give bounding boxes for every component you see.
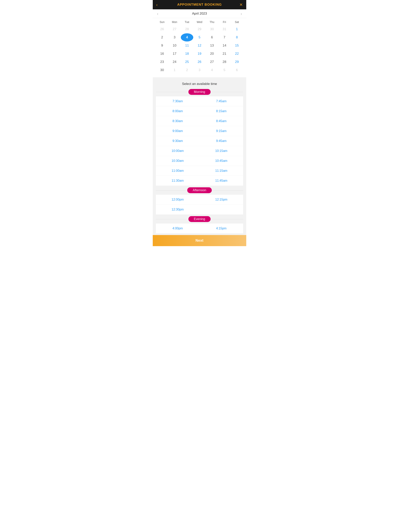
calendar-day-header: Thu xyxy=(206,20,218,24)
calendar-day: 31 xyxy=(218,25,231,33)
time-slot[interactable]: 10:15am xyxy=(200,146,243,156)
calendar-day[interactable]: 10 xyxy=(168,41,181,50)
close-button[interactable]: ✕ xyxy=(238,1,244,8)
period-divider: Afternoon xyxy=(156,187,243,193)
calendar-day[interactable]: 5 xyxy=(193,33,206,41)
time-slot[interactable]: 7:45am xyxy=(200,96,243,106)
time-slot[interactable]: 8:00am xyxy=(156,106,200,116)
calendar-day[interactable]: 28 xyxy=(218,58,231,66)
period-label: Afternoon xyxy=(187,187,212,193)
calendar-day[interactable]: 7 xyxy=(218,33,231,41)
calendar-day[interactable]: 18 xyxy=(181,50,193,58)
prev-month-button[interactable]: ‹ xyxy=(155,11,161,17)
calendar-day[interactable]: 27 xyxy=(206,58,218,66)
calendar-day: 3 xyxy=(193,66,206,74)
calendar-day[interactable]: 16 xyxy=(156,50,168,58)
time-grid: 7:30am7:45am8:00am8:15am8:30am8:45am9:00… xyxy=(156,96,243,186)
time-slot[interactable]: 12:15pm xyxy=(200,195,243,205)
time-slot[interactable]: 8:30am xyxy=(156,116,200,126)
time-slot[interactable]: 11:15am xyxy=(200,166,243,176)
time-slot[interactable]: 11:00am xyxy=(156,166,200,176)
time-slot xyxy=(200,205,243,215)
calendar-day-header: Mon xyxy=(168,20,181,24)
calendar-day[interactable]: 11 xyxy=(181,41,193,50)
next-btn-container: Next xyxy=(153,235,246,246)
time-slot[interactable]: 9:45am xyxy=(200,136,243,146)
calendar-day: 5 xyxy=(218,66,231,74)
calendar: SunMonTueWedThuFriSat 262728293031123456… xyxy=(153,18,246,77)
calendar-day[interactable]: 29 xyxy=(231,58,243,66)
time-slot[interactable]: 10:30am xyxy=(156,156,200,166)
calendar-day: 1 xyxy=(168,66,181,74)
calendar-day-header: Sat xyxy=(231,20,243,24)
calendar-day[interactable]: 25 xyxy=(181,58,193,66)
app-title: APPOINTMENT BOOKING xyxy=(177,3,222,7)
time-section-title: Select an available time xyxy=(156,82,243,86)
time-slot[interactable]: 4:15pm xyxy=(200,223,243,234)
calendar-day[interactable]: 9 xyxy=(156,41,168,50)
calendar-days-header: SunMonTueWedThuFriSat xyxy=(156,20,243,24)
next-month-button[interactable]: › xyxy=(238,11,244,17)
calendar-day: 6 xyxy=(231,66,243,74)
time-slot[interactable]: 8:15am xyxy=(200,106,243,116)
calendar-day[interactable]: 8 xyxy=(231,33,243,41)
period-label: Evening xyxy=(188,216,211,222)
calendar-day[interactable]: 4 xyxy=(181,33,193,41)
calendar-day[interactable]: 26 xyxy=(193,58,206,66)
calendar-day[interactable]: 15 xyxy=(231,41,243,50)
time-slot[interactable]: 10:45am xyxy=(200,156,243,166)
calendar-grid: 2627282930311234567891011121314151617181… xyxy=(156,25,243,74)
time-grid: 12:00pm12:15pm12:30pm xyxy=(156,195,243,215)
calendar-day[interactable]: 12 xyxy=(193,41,206,50)
period-divider: Evening xyxy=(156,216,243,222)
time-slot[interactable]: 12:00pm xyxy=(156,195,200,205)
time-section: Select an available time Morning7:30am7:… xyxy=(153,77,246,235)
time-slot[interactable]: 4:00pm xyxy=(156,223,200,234)
calendar-day[interactable]: 30 xyxy=(156,66,168,74)
calendar-day[interactable]: 6 xyxy=(206,33,218,41)
calendar-day: 29 xyxy=(193,25,206,33)
calendar-day[interactable]: 21 xyxy=(218,50,231,58)
app-header: ‹ APPOINTMENT BOOKING ✕ xyxy=(153,0,246,9)
next-button[interactable]: Next xyxy=(153,235,246,246)
time-slot[interactable]: 8:45am xyxy=(200,116,243,126)
calendar-day-header: Tue xyxy=(181,20,193,24)
calendar-day[interactable]: 3 xyxy=(168,33,181,41)
calendar-day[interactable]: 24 xyxy=(168,58,181,66)
back-button[interactable]: ‹ xyxy=(155,2,159,8)
calendar-day[interactable]: 13 xyxy=(206,41,218,50)
calendar-month-title: April 2023 xyxy=(192,12,207,16)
period-label: Morning xyxy=(188,89,211,95)
calendar-day[interactable]: 17 xyxy=(168,50,181,58)
time-slot[interactable]: 11:45am xyxy=(200,176,243,186)
calendar-day[interactable]: 23 xyxy=(156,58,168,66)
calendar-day: 4 xyxy=(206,66,218,74)
time-slot[interactable]: 9:30am xyxy=(156,136,200,146)
time-slot[interactable]: 11:30am xyxy=(156,176,200,186)
time-slot[interactable]: 7:30am xyxy=(156,96,200,106)
calendar-day[interactable]: 14 xyxy=(218,41,231,50)
time-slot[interactable]: 9:00am xyxy=(156,126,200,136)
calendar-day[interactable]: 2 xyxy=(156,33,168,41)
calendar-day[interactable]: 20 xyxy=(206,50,218,58)
calendar-day: 30 xyxy=(206,25,218,33)
time-slot[interactable]: 10:00am xyxy=(156,146,200,156)
time-slot[interactable]: 9:15am xyxy=(200,126,243,136)
calendar-day: 27 xyxy=(168,25,181,33)
period-divider: Morning xyxy=(156,89,243,95)
calendar-nav: ‹ April 2023 › xyxy=(153,9,246,18)
calendar-day: 2 xyxy=(181,66,193,74)
calendar-day: 28 xyxy=(181,25,193,33)
calendar-day: 26 xyxy=(156,25,168,33)
calendar-day[interactable]: 22 xyxy=(231,50,243,58)
calendar-day[interactable]: 1 xyxy=(231,25,243,33)
calendar-day-header: Sun xyxy=(156,20,168,24)
time-grid: 4:00pm4:15pm xyxy=(156,223,243,234)
calendar-day[interactable]: 19 xyxy=(193,50,206,58)
calendar-day-header: Fri xyxy=(218,20,231,24)
time-slot[interactable]: 12:30pm xyxy=(156,205,200,215)
calendar-day-header: Wed xyxy=(193,20,206,24)
